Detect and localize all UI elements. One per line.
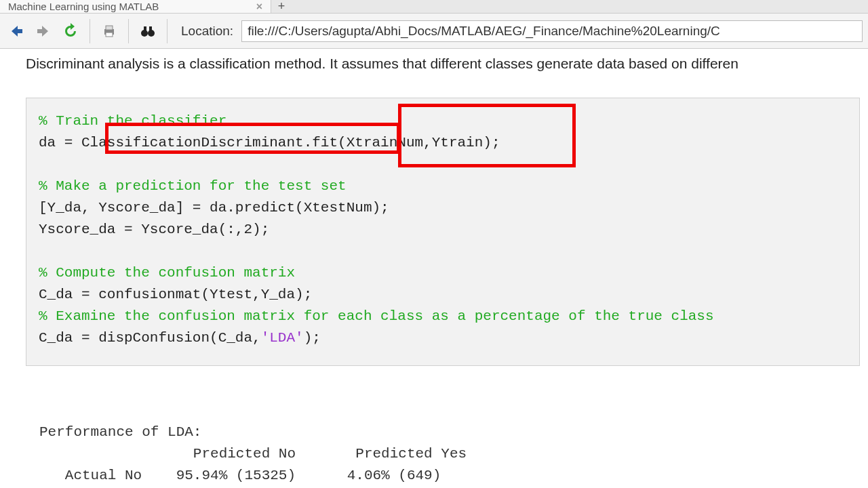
code-comment: % Train the classifier — [39, 113, 226, 129]
code-string: 'LDA' — [261, 330, 304, 346]
separator — [90, 19, 90, 43]
description-text: Discriminant analysis is a classificatio… — [26, 56, 868, 72]
code-text: ); — [304, 330, 321, 346]
output-row: Actual No 95.94% (15325) 4.06% (649) — [39, 468, 441, 483]
svg-rect-5 — [144, 26, 146, 31]
tab-bar: Machine Learning using MATLAB × + — [0, 0, 868, 14]
code-comment: % Compute the confusion matrix — [39, 265, 295, 281]
refresh-button[interactable] — [60, 20, 81, 42]
refresh-icon — [62, 23, 79, 39]
output-header: Predicted No Predicted Yes — [39, 446, 467, 462]
page-content: Discriminant analysis is a classificatio… — [0, 49, 868, 488]
find-button[interactable] — [137, 20, 159, 42]
toolbar: Location: file:///C:/Users/agupta/Abhi_D… — [0, 14, 868, 49]
arrow-right-icon — [35, 22, 52, 40]
new-tab-button[interactable]: + — [271, 0, 292, 14]
close-icon[interactable]: × — [256, 1, 262, 13]
code-text: [Y_da, Yscore_da] = da.predict(XtestNum)… — [39, 200, 389, 216]
location-url: file:///C:/Users/agupta/Abhi_Docs/MATLAB… — [248, 24, 720, 39]
output-block: Performance of LDA: Predicted No Predict… — [26, 400, 868, 488]
location-label: Location: — [181, 24, 233, 39]
code-comment: % Examine the confusion matrix for each … — [39, 308, 714, 324]
separator — [167, 19, 167, 43]
code-comment: % Make a prediction for the test set — [39, 178, 347, 194]
output-title: Performance of LDA: — [39, 424, 201, 440]
code-block: % Train the classifier da = Classificati… — [26, 98, 860, 366]
arrow-left-icon — [7, 22, 25, 40]
svg-rect-2 — [106, 33, 113, 37]
separator — [128, 19, 129, 43]
tab-title: Machine Learning using MATLAB — [8, 1, 159, 12]
code-text: Yscore_da = Yscore_da(:,2); — [39, 222, 269, 237]
tab-active[interactable]: Machine Learning using MATLAB × — [0, 0, 271, 13]
code-text: ClassificationDiscriminant.fit — [81, 135, 338, 150]
code-text: C_da = dispConfusion(C_da, — [39, 330, 261, 346]
code-text: ; — [492, 135, 500, 150]
code-text: C_da = confusionmat(Ytest,Y_da); — [39, 287, 312, 302]
svg-rect-6 — [149, 26, 152, 31]
binoculars-icon — [140, 23, 156, 39]
code-text: (XtrainNum,Ytrain) — [338, 135, 492, 150]
print-icon — [101, 23, 117, 39]
location-input[interactable]: file:///C:/Users/agupta/Abhi_Docs/MATLAB… — [241, 20, 863, 42]
plus-icon: + — [278, 0, 285, 14]
print-button[interactable] — [98, 20, 120, 42]
back-button[interactable] — [5, 20, 27, 42]
forward-button[interactable] — [33, 20, 54, 42]
code-text: da = — [39, 135, 81, 150]
svg-rect-1 — [106, 26, 113, 30]
